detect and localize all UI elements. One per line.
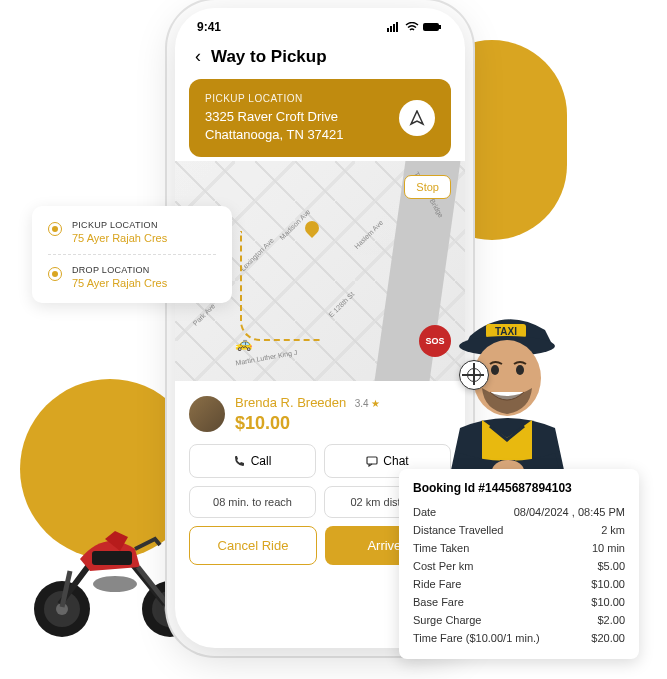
svg-rect-10	[393, 24, 395, 32]
svg-rect-11	[396, 22, 398, 32]
drop-label: DROP LOCATION	[72, 265, 167, 275]
driver-photo: TAXI	[420, 288, 595, 498]
eta-box: 08 min. to reach	[189, 486, 316, 518]
drop-value: 75 Ayer Rajah Cres	[72, 277, 167, 289]
receipt-row: Base Fare$10.00	[413, 593, 625, 611]
pickup-label: PICKUP LOCATION	[72, 220, 167, 230]
pickup-row: PICKUP LOCATION 75 Ayer Rajah Cres	[48, 220, 216, 244]
pickup-line2: Chattanooga, TN 37421	[205, 126, 344, 144]
pickup-value: 75 Ayer Rajah Cres	[72, 232, 167, 244]
svg-rect-9	[390, 26, 392, 32]
svg-rect-8	[387, 28, 389, 32]
svg-point-19	[491, 365, 499, 375]
receipt-row: Time Taken10 min	[413, 539, 625, 557]
locate-button[interactable]	[459, 360, 489, 390]
svg-rect-13	[439, 25, 441, 29]
pickup-line1: 3325 Raver Croft Drive	[205, 108, 344, 126]
cancel-ride-button[interactable]: Cancel Ride	[189, 526, 317, 565]
ride-price: $10.00	[235, 413, 380, 434]
page-title: Way to Pickup	[211, 47, 327, 67]
svg-text:TAXI: TAXI	[495, 326, 517, 337]
street-label: E 128th St	[327, 291, 355, 319]
signal-icon	[387, 22, 401, 32]
svg-rect-12	[423, 23, 439, 31]
location-card: PICKUP LOCATION 75 Ayer Rajah Cres DROP …	[32, 206, 232, 303]
receipt-row: Surge Charge$2.00	[413, 611, 625, 629]
street-label: Haslem Ave	[353, 219, 384, 250]
pickup-label: PICKUP LOCATION	[205, 93, 344, 104]
call-button[interactable]: Call	[189, 444, 316, 478]
svg-rect-14	[367, 457, 377, 464]
taxi-icon: 🚕	[235, 335, 252, 351]
receipt-row: Distance Travelled2 km	[413, 521, 625, 539]
pickup-card: PICKUP LOCATION 3325 Raver Croft Drive C…	[189, 79, 451, 157]
drop-pin-icon	[48, 267, 62, 281]
street-label: Martin Luther King J	[235, 349, 298, 367]
wifi-icon	[405, 22, 419, 32]
driver-info-row: Brenda R. Breeden 3.4 ★ $10.00	[189, 393, 451, 434]
phone-icon	[234, 455, 246, 467]
navigate-button[interactable]	[399, 100, 435, 136]
receipt-row: Date08/04/2024 , 08:45 PM	[413, 503, 625, 521]
drop-row: DROP LOCATION 75 Ayer Rajah Cres	[48, 254, 216, 289]
booking-id: Booking Id #1445687894103	[413, 481, 625, 495]
status-time: 9:41	[197, 20, 221, 34]
pickup-pin-icon	[48, 222, 62, 236]
receipt-row: Cost Per km$5.00	[413, 557, 625, 575]
driver-avatar[interactable]	[189, 396, 225, 432]
driver-name: Brenda R. Breeden	[235, 395, 346, 410]
battery-icon	[423, 22, 443, 32]
navigation-icon	[409, 110, 425, 126]
back-icon[interactable]: ‹	[195, 46, 201, 67]
street-label: Park Ave	[192, 302, 217, 327]
svg-point-20	[516, 365, 524, 375]
driver-rating: 3.4 ★	[355, 398, 381, 409]
status-icons	[387, 22, 443, 32]
crosshair-icon	[467, 368, 481, 382]
svg-point-7	[93, 576, 137, 592]
receipt-card: Booking Id #1445687894103 Date08/04/2024…	[399, 469, 639, 659]
status-bar: 9:41	[175, 8, 465, 38]
chat-icon	[366, 455, 378, 467]
svg-rect-6	[92, 551, 132, 565]
receipt-row: Time Fare ($10.00/1 min.)$20.00	[413, 629, 625, 647]
receipt-row: Ride Fare$10.00	[413, 575, 625, 593]
app-header: ‹ Way to Pickup	[175, 38, 465, 79]
route-line	[240, 231, 320, 341]
stop-button[interactable]: Stop	[404, 175, 451, 199]
star-icon: ★	[371, 398, 380, 409]
